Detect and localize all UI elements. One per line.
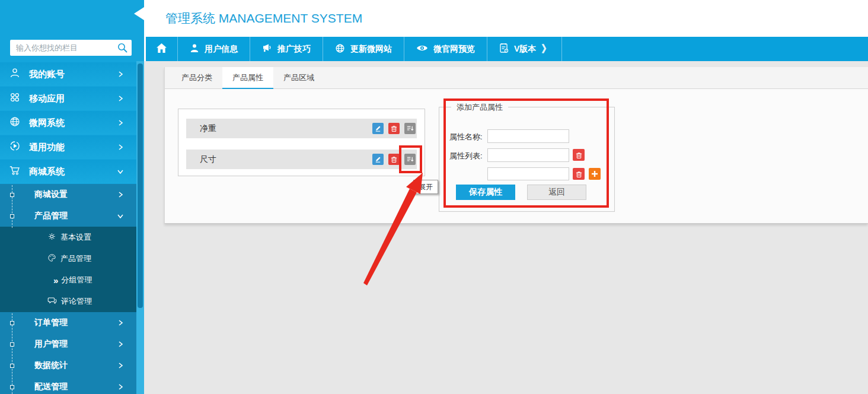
sidebar-menu: 我的账号 移动应用 微网系统 通用功能 商城系统 商城设置 [0, 62, 136, 394]
expand-tooltip: 展开 [413, 180, 438, 194]
chevron-down-icon [116, 167, 125, 176]
sidebar-item-label: 产品管理 [34, 211, 68, 221]
sidebar-item-label: 配送管理 [34, 382, 68, 392]
sidebar-item-label: 数据统计 [34, 360, 68, 371]
sidebar-item-order-management[interactable]: 订单管理 [0, 312, 136, 333]
sidebar-item-label: 移动应用 [29, 93, 65, 104]
sidebar-item-label: 用户管理 [34, 339, 68, 349]
sidebar-item-mall-system[interactable]: 商城系统 [0, 160, 136, 183]
attribute-list-input[interactable] [487, 148, 569, 162]
chevron-right-icon [116, 119, 125, 127]
sidebar-item-label: 通用功能 [29, 142, 65, 153]
edit-icon[interactable] [372, 123, 384, 134]
chevron-right-icon [116, 94, 125, 103]
user-icon [190, 43, 199, 55]
features-icon [9, 140, 21, 154]
nav-home[interactable] [146, 37, 178, 61]
tab-bar: 产品分类 产品属性 产品区域 [165, 67, 868, 89]
nav-user-info[interactable]: 用户信息 [178, 37, 250, 61]
chevron-right-icon [116, 190, 125, 199]
attribute-name: 尺寸 [186, 154, 216, 164]
node-bullet [10, 342, 14, 347]
sidebar-item-general-features[interactable]: 通用功能 [0, 135, 136, 159]
attribute-list-box: 净重 尺寸 [178, 109, 425, 176]
sidebar-item-label: 商城系统 [29, 166, 65, 177]
search-input[interactable] [10, 40, 132, 56]
nav-item-label: 推广技巧 [277, 44, 311, 55]
sidebar-item-basic-settings[interactable]: 基本设置 [0, 227, 136, 248]
sidebar-item-label: 评论管理 [61, 296, 92, 307]
chevron-right-icon [116, 70, 125, 78]
sidebar-item-micro-site[interactable]: 微网系统 [0, 111, 136, 135]
submenu-product-management: 基本设置 产品管理 » 分组管理 评论管理 [0, 227, 136, 312]
scrollbar-thumb[interactable] [138, 63, 143, 308]
sidebar-item-data-statistics[interactable]: 数据统计 [0, 355, 136, 376]
search-icon[interactable] [117, 42, 128, 53]
add-plus-icon[interactable] [589, 168, 601, 180]
globe-icon [335, 43, 345, 55]
add-attribute-fieldset: 添加产品属性 属性名称: 属性列表: 保存属性 返回 [439, 107, 615, 212]
version-doc-icon [499, 43, 509, 55]
app-header: 管理系统 MANAGEMENT SYSTEM [144, 0, 868, 37]
delete-icon[interactable] [573, 149, 585, 161]
chevron-down-icon [116, 212, 125, 220]
tab-product-attribute[interactable]: 产品属性 [222, 67, 273, 89]
nav-site-preview[interactable]: 微官网预览 [404, 37, 487, 61]
back-button[interactable]: 返回 [527, 185, 586, 200]
tree-guide-line [12, 185, 12, 228]
top-navbar: 用户信息 推广技巧 更新微网站 微官网预览 V版本 》 [146, 37, 868, 61]
sidebar-item-product-management[interactable]: 产品管理 [0, 205, 136, 227]
fieldset-legend: 添加产品属性 [451, 102, 508, 113]
apps-icon [9, 91, 21, 106]
tab-product-category[interactable]: 产品分类 [171, 67, 222, 88]
attribute-row: 尺寸 [186, 150, 417, 169]
sidebar-item-label: 订单管理 [34, 317, 68, 328]
megaphone-icon [262, 43, 272, 55]
chevron-right-icon [116, 340, 125, 348]
sidebar-item-delivery-management[interactable]: 配送管理 [0, 376, 136, 394]
node-bullet [10, 385, 14, 389]
sidebar: 我的账号 移动应用 微网系统 通用功能 商城系统 商城设置 [0, 0, 144, 394]
attribute-name-input[interactable] [487, 129, 569, 143]
chevron-right-icon [116, 383, 125, 391]
delete-icon[interactable] [388, 123, 400, 134]
delete-icon[interactable] [388, 154, 400, 165]
attribute-name-label: 属性名称: [449, 132, 483, 142]
mall-cart-icon [9, 164, 21, 179]
chevron-right-icon [116, 361, 125, 370]
delete-icon[interactable] [573, 168, 585, 180]
edit-icon[interactable] [372, 154, 384, 165]
expand-list-icon[interactable] [404, 154, 416, 165]
sidebar-item-user-management[interactable]: 用户管理 [0, 333, 136, 355]
nav-item-label: 更新微网站 [350, 44, 392, 55]
home-icon [156, 43, 167, 55]
expand-list-icon[interactable] [404, 123, 416, 134]
attribute-list-input[interactable] [487, 167, 569, 180]
sidebar-item-label: 我的账号 [29, 69, 65, 80]
chevron-right-icon [116, 143, 125, 151]
nav-update-microsite[interactable]: 更新微网站 [323, 37, 404, 61]
sidebar-item-label: 基本设置 [60, 232, 91, 243]
comment-icon [47, 296, 57, 307]
palette-icon [47, 253, 56, 265]
tab-product-region[interactable]: 产品区域 [273, 67, 324, 88]
sidebar-item-mall-settings[interactable]: 商城设置 [0, 184, 136, 205]
sidebar-scrollbar[interactable] [136, 61, 144, 394]
nav-item-label: 微官网预览 [433, 44, 475, 55]
tree-guide-line [12, 313, 12, 394]
sidebar-item-comment-management[interactable]: 评论管理 [0, 291, 136, 312]
page-title: 管理系统 MANAGEMENT SYSTEM [144, 10, 362, 27]
sidebar-item-my-account[interactable]: 我的账号 [0, 62, 136, 86]
sidebar-item-mobile-apps[interactable]: 移动应用 [0, 87, 136, 110]
nav-version[interactable]: V版本 》 [487, 37, 562, 61]
nav-promotion-tips[interactable]: 推广技巧 [250, 37, 323, 61]
micro-site-icon [9, 116, 21, 130]
attribute-list-label: 属性列表: [449, 151, 483, 161]
sidebar-item-group-management[interactable]: » 分组管理 [0, 269, 136, 291]
sidebar-item-product-manage[interactable]: 产品管理 [0, 248, 136, 269]
sidebar-item-label: 微网系统 [29, 117, 65, 129]
double-chevron-icon: » [53, 275, 57, 285]
save-attribute-button[interactable]: 保存属性 [456, 185, 515, 200]
node-bullet [10, 214, 14, 218]
sidebar-collapse-arrow-icon[interactable] [134, 7, 144, 20]
